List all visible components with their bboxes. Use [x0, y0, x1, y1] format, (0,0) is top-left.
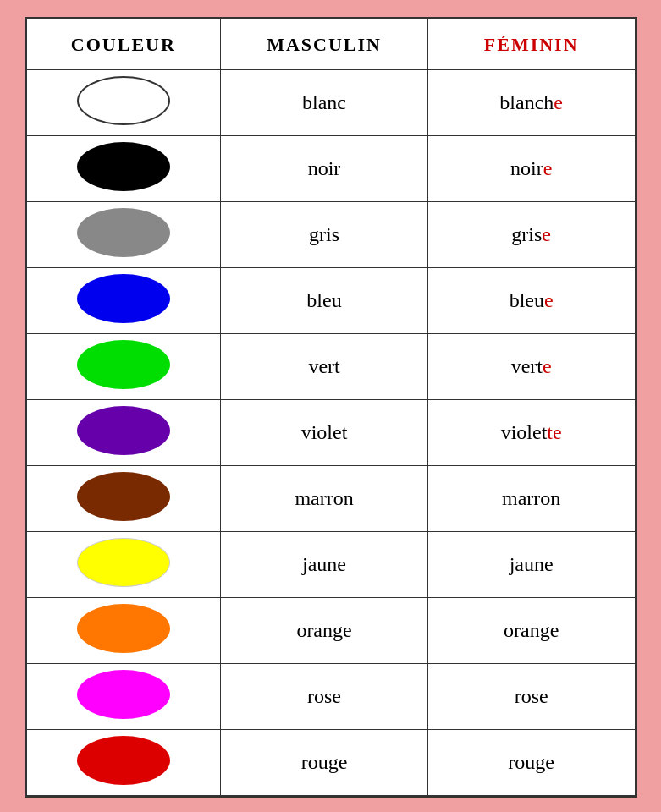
masculin-cell: rouge — [221, 730, 428, 796]
feminin-cell: verte — [427, 334, 635, 400]
masculin-cell: gris — [221, 202, 428, 268]
feminin-cell: marron — [427, 466, 635, 532]
color-oval — [77, 208, 170, 257]
color-cell — [26, 334, 221, 400]
masculin-cell: noir — [221, 136, 428, 202]
masculin-cell: blanc — [221, 70, 428, 136]
feminin-prefix: vert — [511, 355, 543, 377]
color-oval — [77, 538, 170, 587]
color-oval — [77, 142, 170, 191]
color-cell — [26, 664, 221, 730]
feminin-prefix: gris — [511, 223, 542, 245]
feminin-cell: rose — [427, 664, 635, 730]
masculin-cell: violet — [221, 400, 428, 466]
table-row: bleubleue — [26, 268, 635, 334]
color-oval — [77, 472, 170, 521]
color-cell — [26, 400, 221, 466]
feminin-prefix: bleu — [510, 289, 544, 311]
feminin-cell: blanche — [427, 70, 635, 136]
color-cell — [26, 70, 221, 136]
color-oval — [77, 670, 170, 719]
table-row: noirnoire — [26, 136, 635, 202]
color-oval — [77, 736, 170, 785]
table-row: blancblanche — [26, 70, 635, 136]
feminin-suffix: te — [547, 421, 561, 443]
feminin-cell: noire — [427, 136, 635, 202]
color-oval — [77, 406, 170, 455]
feminin-suffix: e — [544, 289, 554, 311]
color-oval — [77, 340, 170, 389]
feminin-cell: bleue — [427, 268, 635, 334]
feminin-cell: rouge — [427, 730, 635, 796]
color-cell — [26, 136, 221, 202]
table-row: jaunejaune — [26, 532, 635, 598]
color-oval — [77, 604, 170, 653]
feminin-cell: orange — [427, 598, 635, 664]
masculin-cell: rose — [221, 664, 428, 730]
color-oval — [77, 76, 170, 125]
table-row: rougerouge — [26, 730, 635, 796]
feminin-cell: grise — [427, 202, 635, 268]
header-feminin: FÉMININ — [427, 19, 635, 70]
header-masculin: MASCULIN — [221, 19, 428, 70]
masculin-cell: marron — [221, 466, 428, 532]
masculin-cell: orange — [221, 598, 428, 664]
table-row: orangeorange — [26, 598, 635, 664]
color-cell — [26, 466, 221, 532]
color-cell — [26, 730, 221, 796]
color-cell — [26, 598, 221, 664]
color-cell — [26, 202, 221, 268]
feminin-suffix: e — [543, 355, 552, 377]
table-row: violetviolette — [26, 400, 635, 466]
feminin-suffix: e — [542, 223, 551, 245]
header-couleur: COULEUR — [26, 19, 221, 70]
feminin-suffix: e — [543, 157, 553, 179]
table-row: roserose — [26, 664, 635, 730]
masculin-cell: bleu — [221, 268, 428, 334]
colors-table: COULEUR MASCULIN FÉMININ blancblanchenoi… — [26, 19, 636, 796]
feminin-prefix: violet — [501, 421, 548, 443]
feminin-cell: jaune — [427, 532, 635, 598]
table-row: grisgrise — [26, 202, 635, 268]
table-row: vertverte — [26, 334, 635, 400]
color-cell — [26, 268, 221, 334]
masculin-cell: jaune — [221, 532, 428, 598]
masculin-cell: vert — [221, 334, 428, 400]
feminin-cell: violette — [427, 400, 635, 466]
color-cell — [26, 532, 221, 598]
color-oval — [77, 274, 170, 323]
feminin-prefix: noir — [510, 157, 543, 179]
table-row: marronmarron — [26, 466, 635, 532]
feminin-suffix: e — [554, 91, 563, 113]
feminin-prefix: blanch — [499, 91, 554, 113]
main-table-wrapper: COULEUR MASCULIN FÉMININ blancblanchenoi… — [25, 17, 637, 798]
